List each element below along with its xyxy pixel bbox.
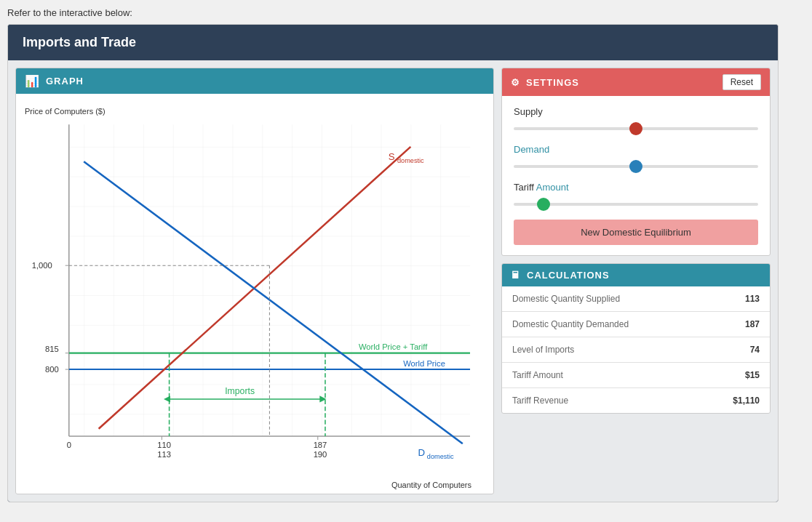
gear-icon: ⚙ — [511, 77, 520, 88]
calc-row-label: Domestic Quantity Demanded — [502, 312, 676, 337]
calc-row: Domestic Quantity Demanded187 — [502, 312, 770, 337]
settings-header: ⚙ SETTINGS Reset — [502, 68, 770, 96]
y-tick-800: 800 — [45, 365, 59, 374]
calc-row-value: 74 — [676, 337, 770, 363]
bar-chart-icon: 📊 — [25, 74, 40, 88]
demand-slider[interactable] — [514, 165, 758, 168]
y-axis-label: Price of Computers ($) — [25, 107, 106, 116]
world-price-tariff-label: World Price + Tariff — [359, 342, 428, 351]
tariff-label: Tariff Amount — [514, 182, 758, 193]
graph-panel-header: 📊 GRAPH — [16, 68, 493, 94]
supply-slider-section: Supply — [514, 106, 758, 132]
settings-panel: ⚙ SETTINGS Reset Supply Demand — [501, 68, 771, 256]
demand-line-label: D — [418, 447, 426, 458]
calculations-panel: 🖩 CALCULATIONS Domestic Quantity Supplie… — [501, 263, 771, 414]
imports-label: Imports — [225, 386, 255, 396]
right-panels: ⚙ SETTINGS Reset Supply Demand — [501, 68, 771, 494]
supply-subscript: domestic — [397, 157, 424, 164]
calc-table: Domestic Quantity Supplied113Domestic Qu… — [502, 286, 770, 413]
settings-header-label: SETTINGS — [526, 77, 579, 88]
intro-text: Refer to the interactive below: — [7, 7, 805, 18]
x-axis-label: Quantity of Computers — [391, 481, 471, 489]
calc-row: Tariff Revenue$1,110 — [502, 388, 770, 414]
calculator-icon: 🖩 — [511, 270, 521, 281]
tariff-label-amount: Amount — [536, 182, 569, 193]
demand-label: Demand — [514, 144, 758, 155]
settings-header-left: ⚙ SETTINGS — [511, 77, 579, 88]
settings-body: Supply Demand Tariff Amount — [502, 96, 770, 255]
graph-panel: 📊 GRAPH Price of Computers ($) — [15, 68, 494, 494]
y-tick-1000: 1,000 — [32, 261, 52, 270]
world-price-label: World Price — [403, 359, 445, 368]
new-domestic-equilibrium-button[interactable]: New Domestic Equilibrium — [514, 220, 758, 245]
graph-svg: World Price World Price + Tariff S domes… — [23, 117, 486, 473]
tariff-slider-section: Tariff Amount — [514, 182, 758, 208]
x-tick-190: 190 — [314, 450, 327, 459]
reset-button[interactable]: Reset — [723, 74, 761, 90]
supply-slider[interactable] — [514, 127, 758, 130]
supply-line-label: S — [389, 151, 395, 162]
app-title: Imports and Trade — [8, 25, 778, 60]
x-tick-0: 0 — [67, 441, 71, 449]
calc-row: Domestic Quantity Supplied113 — [502, 286, 770, 312]
x-tick-187: 187 — [314, 441, 327, 449]
calc-row-label: Tariff Revenue — [502, 388, 676, 414]
tariff-label-tariff: Tariff — [514, 182, 534, 193]
app-container: Imports and Trade 📊 GRAPH Price of Compu… — [7, 24, 779, 502]
calc-row-value: 113 — [676, 286, 770, 312]
calc-row-value: $15 — [676, 363, 770, 388]
calc-header: 🖩 CALCULATIONS — [502, 264, 770, 286]
tariff-slider[interactable] — [514, 203, 758, 206]
graph-area: Price of Computers ($) World — [16, 94, 493, 494]
calc-header-label: CALCULATIONS — [527, 270, 610, 281]
supply-label: Supply — [514, 106, 758, 117]
graph-header-label: GRAPH — [46, 76, 84, 87]
calc-row-label: Level of Imports — [502, 337, 676, 363]
svg-rect-0 — [69, 124, 470, 436]
calc-row-label: Domestic Quantity Supplied — [502, 286, 676, 312]
calc-row: Tariff Amount$15 — [502, 363, 770, 388]
calc-row: Level of Imports74 — [502, 337, 770, 363]
demand-label-text: Demand — [514, 144, 549, 155]
x-tick-113: 113 — [157, 450, 171, 459]
app-body: 📊 GRAPH Price of Computers ($) — [8, 60, 778, 502]
y-tick-815: 815 — [45, 345, 59, 353]
calc-row-value: 187 — [676, 312, 770, 337]
demand-subscript: domestic — [427, 453, 454, 460]
demand-slider-section: Demand — [514, 144, 758, 170]
calc-row-value: $1,110 — [676, 388, 770, 414]
calc-row-label: Tariff Amount — [502, 363, 676, 388]
x-tick-110: 110 — [157, 441, 171, 449]
